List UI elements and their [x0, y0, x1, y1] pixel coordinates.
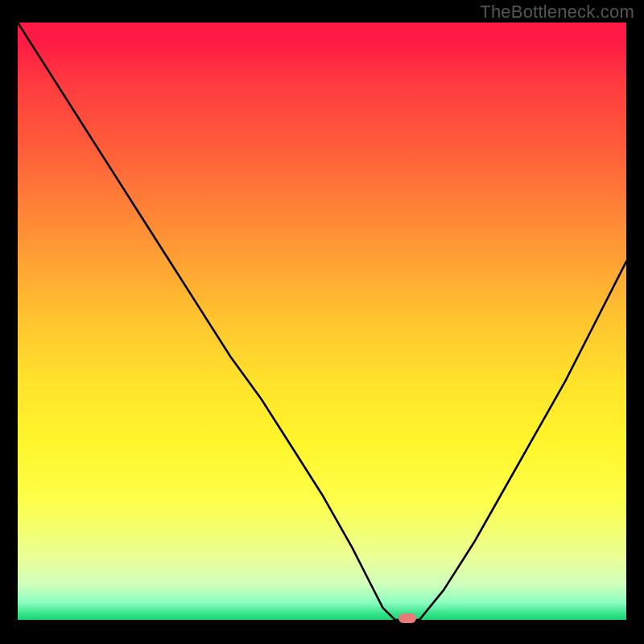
optimal-marker [398, 613, 416, 623]
chart-frame: TheBottleneck.com [0, 0, 644, 644]
bottleneck-curve [18, 23, 626, 620]
curve-svg [18, 23, 626, 620]
watermark-label: TheBottleneck.com [480, 2, 634, 23]
plot-area [18, 23, 626, 620]
